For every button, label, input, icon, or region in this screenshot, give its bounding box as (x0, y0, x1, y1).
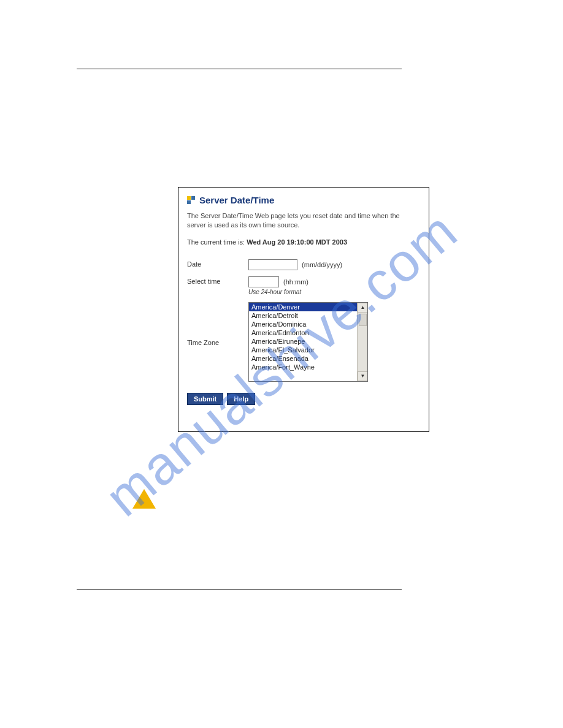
submit-button[interactable]: Submit (187, 393, 223, 405)
scroll-up-icon[interactable]: ▲ (358, 303, 368, 313)
current-time-value: Wed Aug 20 19:10:00 MDT 2003 (247, 238, 347, 246)
dialog-logo-icon (187, 196, 196, 205)
dialog-header: Server Date/Time (187, 195, 420, 205)
date-format-hint: (mm/dd/yyyy) (302, 261, 342, 268)
dialog-description: The Server Date/Time Web page lets you r… (187, 211, 420, 230)
date-label: Date (187, 259, 248, 268)
list-item[interactable]: America/Fort_Wayne (249, 363, 357, 371)
list-item[interactable]: America/Edmonton (249, 328, 357, 337)
timezone-listbox[interactable]: America/Denver America/Detroit America/D… (248, 302, 368, 382)
caution-icon (132, 489, 156, 509)
horizontal-rule-bottom (77, 590, 402, 590)
list-item[interactable]: America/El_Salvador (249, 346, 357, 354)
help-button[interactable]: Help (227, 393, 255, 405)
list-item[interactable]: America/Denver (249, 303, 357, 311)
time-input[interactable] (248, 276, 279, 287)
scrollbar[interactable]: ▲ ▼ (357, 303, 367, 381)
time-format-hint: (hh:mm) (283, 278, 308, 286)
server-date-time-dialog: Server Date/Time The Server Date/Time We… (178, 187, 429, 432)
dialog-buttons: Submit Help (187, 393, 420, 405)
dialog-title: Server Date/Time (199, 195, 274, 205)
date-row: Date (mm/dd/yyyy) (187, 259, 420, 270)
current-time-label: The current time is: (187, 238, 245, 246)
timezone-row: Time Zone America/Denver America/Detroit… (187, 302, 420, 382)
list-item[interactable]: America/Detroit (249, 311, 357, 320)
horizontal-rule-top (77, 69, 402, 69)
list-item[interactable]: America/Eirunepe (249, 337, 357, 346)
scroll-thumb[interactable] (359, 314, 367, 326)
time-row: Select time (hh:mm) Use 24-hour format (187, 276, 420, 296)
date-input[interactable] (248, 259, 297, 270)
timezone-label: Time Zone (187, 338, 248, 346)
list-item[interactable]: America/Dominica (249, 320, 357, 328)
scroll-down-icon[interactable]: ▼ (358, 371, 368, 381)
time-label: Select time (187, 276, 248, 285)
time-24hr-hint: Use 24-hour format (248, 289, 420, 296)
list-item[interactable]: America/Ensenada (249, 354, 357, 363)
current-time-line: The current time is: Wed Aug 20 19:10:00… (187, 238, 420, 246)
